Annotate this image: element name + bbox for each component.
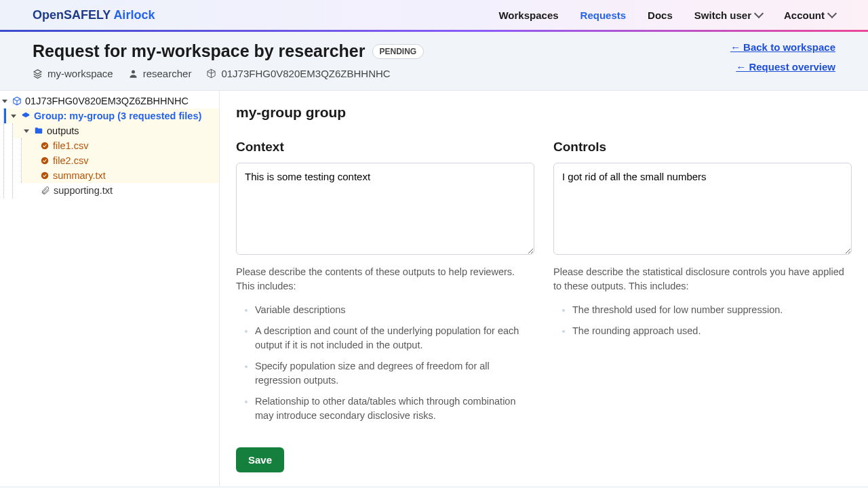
folder-icon [34,126,43,136]
save-button[interactable]: Save [236,447,284,472]
check-circle-icon [40,171,50,180]
twisty-down-icon [2,100,7,103]
twisty-down-icon [11,115,16,118]
tree-node-root[interactable]: 01J73FHG0V820EM3QZ6ZBHHNHC [0,94,219,108]
layers-icon [33,68,43,79]
tree-supporting-label: supporting.txt [54,185,113,196]
tree-node-group[interactable]: Group: my-group (3 requested files) [4,108,219,123]
nav-switch-user-label: Switch user [694,9,751,21]
context-help-text: Please describe the contents of these ou… [236,265,534,293]
group-title: my-group group [236,104,852,121]
tree-node-outputs[interactable]: outputs [13,123,219,138]
help-list-item: Specify population size and degrees of f… [255,359,534,388]
help-list-item: The rounding approach used. [572,324,852,338]
help-list-item: The threshold used for low number suppre… [572,303,852,317]
context-heading: Context [236,140,534,155]
help-list-item: Relationship to other data/tables which … [255,394,534,423]
chevron-down-icon [827,9,837,18]
main-content: my-group group Context Please describe t… [220,91,868,486]
tree-file-1-label: file1.csv [53,140,88,151]
meta-user-text: researcher [143,68,192,79]
cube-icon [12,96,22,106]
brand-part-a: OpenSAFELY [33,8,113,22]
nav-account[interactable]: Account [784,9,835,21]
svg-point-0 [132,70,135,74]
meta-workspace: my-workspace [33,68,113,79]
tree-root-label: 01J73FHG0V820EM3QZ6ZBHHNHC [25,96,189,106]
chevron-down-icon [754,9,764,18]
link-back-to-workspace[interactable]: ← Back to workspace [730,41,835,53]
tree-node-supporting[interactable]: supporting.txt [13,183,219,198]
help-list-item: Variable descriptions [255,303,534,317]
check-circle-icon [40,156,50,165]
brand-part-b: Airlock [113,8,155,22]
file-tree: 01J73FHG0V820EM3QZ6ZBHHNHC Group: my-gro… [0,91,220,486]
help-list-item: A description and count of the underlyin… [255,324,534,352]
controls-help-list: The threshold used for low number suppre… [553,303,852,338]
tree-file-2[interactable]: file2.csv [22,153,219,168]
tree-group-label: Group: my-group (3 requested files) [34,110,201,121]
cube-icon [206,68,216,79]
user-icon [128,68,138,79]
paperclip-icon [41,186,50,195]
svg-point-2 [41,157,49,165]
meta-request-id: 01J73FHG0V820EM3QZ6ZBHHNHC [206,68,390,79]
check-circle-icon [40,141,50,150]
meta-request-id-text: 01J73FHG0V820EM3QZ6ZBHHNHC [221,68,390,79]
page-title: Request for my-workspace by researcher [33,41,366,61]
nav-switch-user[interactable]: Switch user [694,9,762,21]
tree-file-1[interactable]: file1.csv [22,138,219,153]
meta-workspace-text: my-workspace [47,68,113,79]
brand-logo[interactable]: OpenSAFELY Airlock [33,8,155,22]
status-badge: PENDING [372,44,425,59]
twisty-down-icon [24,129,29,133]
context-help-list: Variable descriptionsA description and c… [236,303,534,423]
context-textarea[interactable] [236,163,534,255]
nav-account-label: Account [784,9,825,21]
tree-outputs-label: outputs [47,125,79,136]
controls-heading: Controls [553,140,852,155]
page-header: Request for my-workspace by researcher P… [0,32,868,91]
link-request-overview[interactable]: ← Request overview [736,61,835,73]
controls-help-text: Please describe the statistical disclosu… [553,265,852,293]
svg-point-3 [41,172,49,180]
tree-file-2-label: file2.csv [53,155,88,166]
svg-point-1 [41,142,49,150]
controls-textarea[interactable] [553,163,852,255]
layers-icon [21,111,31,121]
meta-user: researcher [128,68,192,79]
nav-docs[interactable]: Docs [648,9,673,21]
tree-file-3-label: summary.txt [53,170,106,181]
tree-file-3[interactable]: summary.txt [22,168,219,183]
nav-requests[interactable]: Requests [580,9,627,21]
top-navbar: OpenSAFELY Airlock Workspaces Requests D… [0,0,868,30]
nav-workspaces[interactable]: Workspaces [498,9,558,21]
